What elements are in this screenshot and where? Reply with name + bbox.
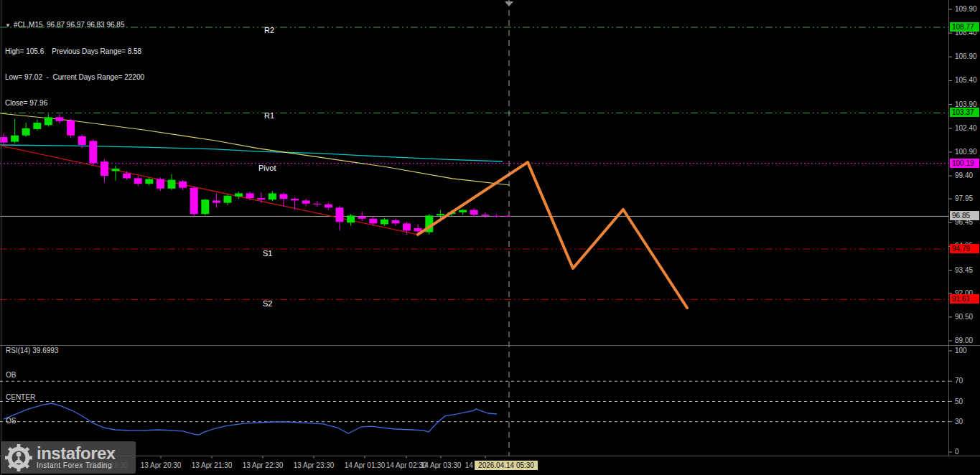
symbol-dropdown-icon[interactable]: ▼ [5, 22, 11, 29]
pivot-label-r1: R1 [264, 111, 274, 120]
mt4-chart-window: ▼#CL,M15 96.87 96.97 96.83 96.85 High= 1… [0, 0, 980, 475]
candle-body [235, 193, 243, 196]
rsi-tick-label: 0 [955, 448, 959, 456]
candle-body [11, 136, 19, 142]
candle-body [302, 200, 310, 203]
current-time-highlight: 2026.04.14 05:30 [475, 461, 538, 470]
candle-body [381, 220, 388, 225]
time-axis-label: 14 Apr 01:30 [345, 461, 386, 469]
time-axis-label: 14 Apr 03:30 [421, 461, 462, 469]
chart-canvas[interactable] [0, 0, 980, 475]
price-tick-label: 100.90 [955, 148, 977, 156]
info-low-line: Low= 97.02 - Current Days Range= 22200 [5, 73, 144, 82]
rsi-os-label: OS [6, 417, 16, 425]
price-tick-label: 97.95 [955, 194, 973, 202]
candle-body [369, 219, 377, 224]
logo-brand-text: instaforex [37, 446, 116, 461]
candle-body [313, 204, 321, 204]
candle-body [213, 200, 220, 202]
price-badge-103.37: 103.37 [950, 108, 979, 117]
candle-body [0, 137, 8, 143]
candle-body [325, 204, 332, 207]
candle-body [89, 141, 97, 163]
price-badge-100.19: 100.19 [950, 159, 979, 168]
info-high-line: High= 105.6 Previous Days Range= 8.58 [5, 47, 144, 56]
price-tick-label: 109.90 [955, 5, 977, 13]
time-axis-label: 13 Apr 21:30 [192, 461, 233, 469]
candle-body [224, 196, 232, 203]
logo-text-block: instaforex Instant Forex Trading [37, 446, 116, 469]
ma-cyan-line [0, 145, 503, 161]
candle-body [481, 215, 489, 216]
candle-body [403, 223, 411, 230]
price-tick-label: 103.90 [955, 100, 977, 108]
price-badge-96.85: 96.85 [950, 211, 979, 220]
chart-info-overlay: ▼#CL,M15 96.87 96.97 96.83 96.85 High= 1… [5, 4, 144, 125]
candle-body [257, 198, 265, 199]
candle-body [504, 216, 512, 217]
candle-body [168, 180, 176, 189]
instaforex-gear-icon [5, 444, 32, 471]
time-axis-label: 13 Apr 23:30 [294, 461, 335, 469]
candle-body [493, 216, 500, 217]
symbol-quote-line: ▼#CL,M15 96.87 96.97 96.83 96.85 [5, 21, 144, 30]
logo-tagline: Instant Forex Trading [37, 461, 116, 469]
forecast-zigzag [418, 162, 687, 308]
info-close-line: Close= 97.96 [5, 99, 144, 108]
price-badge-108.77: 108.77 [950, 22, 979, 32]
candle-body [22, 128, 30, 136]
time-axis-label: 13 Apr 22:30 [243, 461, 284, 469]
rsi-center-label: CENTER [6, 393, 35, 401]
candle-body [269, 193, 276, 199]
rsi-tick-label: 50 [955, 398, 963, 405]
rsi-tick-label: 100 [955, 347, 967, 354]
candle-body [470, 210, 478, 215]
trendline-red [0, 146, 418, 235]
price-tick-label: 90.50 [955, 313, 973, 321]
candle-body [336, 207, 344, 222]
candle-body [459, 210, 467, 212]
candle-body [347, 215, 355, 222]
pivot-label-r2: R2 [264, 26, 274, 34]
rsi-tick-label: 30 [955, 418, 963, 425]
price-tick-label: 99.40 [955, 171, 973, 179]
candle-body [246, 193, 254, 198]
candle-body [448, 212, 456, 214]
symbol-quote-text: #CL,M15 96.87 96.97 96.83 96.85 [14, 21, 125, 29]
candle-body [280, 194, 288, 199]
candle-body [123, 174, 131, 179]
price-tick-label: 105.40 [955, 76, 977, 84]
candle-body [291, 199, 299, 200]
instaforex-logo[interactable]: instaforex Instant Forex Trading [1, 441, 136, 474]
time-marker-triangle [505, 1, 513, 6]
candle-body [101, 161, 108, 176]
candle-body [437, 214, 444, 215]
candle-body [179, 182, 187, 188]
candle-body [201, 199, 209, 214]
rsi-ob-label: OB [6, 371, 16, 379]
candle-body [190, 188, 198, 214]
price-badge-94.79: 94.79 [950, 244, 979, 253]
candle-body [78, 136, 86, 145]
pivot-label-s1: S1 [263, 249, 272, 258]
candle-body [134, 178, 142, 184]
candle-body [414, 228, 422, 231]
pivot-label-s2: S2 [263, 299, 272, 308]
candle-body [425, 215, 433, 232]
rsi-curve [4, 403, 497, 435]
rsi-tick-label: 70 [955, 377, 963, 385]
candle-body [145, 179, 153, 184]
rsi-indicator-label: RSI(14) 39.6993 [6, 347, 58, 354]
price-tick-label: 106.90 [955, 52, 977, 60]
candle-body [157, 179, 164, 189]
time-axis-label: 13 Apr 20:30 [141, 461, 182, 469]
price-tick-label: 102.40 [955, 124, 977, 132]
price-tick-label: 89.00 [955, 337, 973, 344]
price-badge-91.61: 91.61 [950, 294, 979, 304]
candle-body [112, 169, 120, 171]
candle-body [358, 216, 366, 218]
price-tick-label: 93.45 [955, 266, 973, 274]
pivot-label-pivot: Pivot [258, 164, 276, 172]
candle-body [392, 220, 400, 223]
